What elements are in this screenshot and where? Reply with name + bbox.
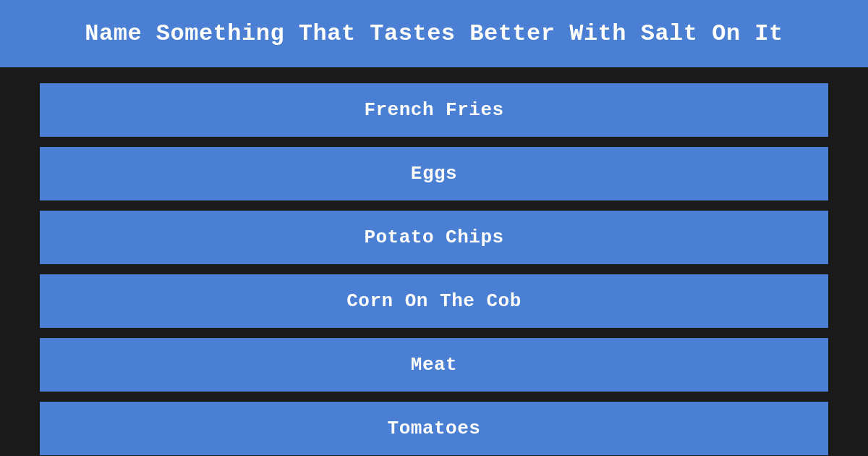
answer-item-5[interactable]: Meat (40, 338, 828, 392)
main-content: French FriesEggsPotato ChipsCorn On The … (0, 70, 868, 456)
answer-item-6[interactable]: Tomatoes (40, 402, 828, 455)
page-title: Name Something That Tastes Better With S… (85, 20, 783, 47)
header: Name Something That Tastes Better With S… (0, 0, 868, 70)
answer-item-2[interactable]: Eggs (40, 147, 828, 200)
answer-item-1[interactable]: French Fries (40, 83, 828, 137)
answer-item-3[interactable]: Potato Chips (40, 211, 828, 264)
answer-item-4[interactable]: Corn On The Cob (40, 274, 828, 328)
